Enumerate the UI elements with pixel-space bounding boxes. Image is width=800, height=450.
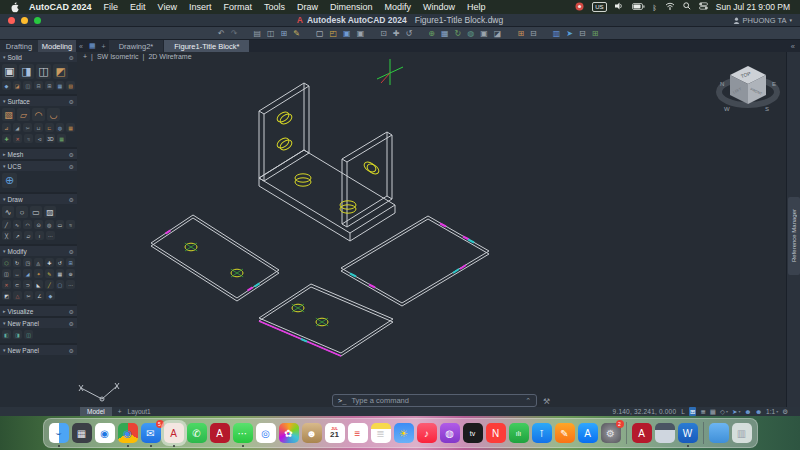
panel-ucs-gear-icon[interactable]: ⚙ [69,163,74,170]
input-source-badge[interactable]: US [592,2,606,12]
panel-new-panel-2-gear-icon[interactable]: ⚙ [69,347,74,354]
tabs-collapse-icon[interactable]: « [76,40,86,52]
menu-format[interactable]: Format [223,2,252,12]
command-customize-icon[interactable]: ⚒ [543,397,550,406]
panel-mesh-header[interactable]: ▸Mesh⚙ [0,149,77,159]
surface-trim-icon[interactable]: ✂ [23,123,32,132]
draw-line-icon[interactable]: ╱ [2,220,11,229]
image-attach-icon[interactable]: ▦ [441,27,449,40]
status-annotation-autoscale-toggle[interactable]: ☻ [755,407,762,416]
dock-podcasts[interactable]: ◍ [440,423,460,443]
panel-visualize-gear-icon[interactable]: ⚙ [69,308,74,315]
surface-extend-icon[interactable]: ⊏ [45,123,54,132]
panel-draw-collapse-icon[interactable]: ▾ [3,196,6,202]
panel-mesh-gear-icon[interactable]: ⚙ [69,151,74,158]
dock-mail[interactable]: ✉5 [141,423,161,443]
solid-intersect-icon[interactable]: ⊞ [45,81,54,90]
solid-check-icon[interactable]: ▨ [66,81,75,90]
menu-tools[interactable]: Tools [264,2,285,12]
tabs-collapse-right-icon[interactable]: « [786,40,800,52]
solid-shell-icon[interactable]: ▦ [56,81,65,90]
match-properties-icon[interactable]: ✎ [293,27,300,40]
status-customization-toggle[interactable]: ⚙ [782,407,788,416]
modify-offset-2d-icon[interactable]: ⊚ [66,269,75,278]
dwf-underlay-icon[interactable]: ▣ [480,27,488,40]
dock-autocad[interactable]: A [164,423,184,443]
dock-autocad-alt[interactable]: A [632,423,652,443]
panel-new-panel-1-header[interactable]: ▾New Panel⚙ [0,318,77,328]
modify-edit-polyline-icon[interactable]: ✎ [45,269,54,278]
plot-preview-icon[interactable]: ◫ [267,27,275,40]
solid-subtract-icon[interactable]: ⊟ [34,81,43,90]
draw-circle-icon[interactable]: ○ [16,206,28,218]
battery-icon[interactable] [632,2,645,12]
modify-break-icon[interactable]: ⊂ [13,280,22,289]
stats-icon[interactable]: ▥ [553,27,561,40]
solid-slice-icon[interactable]: ◪ [13,81,22,90]
panel-visualize-header[interactable]: ▸Visualize⚙ [0,306,77,316]
viewport-controls[interactable]: + | SW Isometric | 2D Wireframe [83,53,192,60]
surface-cv-hide-icon[interactable]: ✕ [13,134,22,143]
sheet-set-icon[interactable]: ⊟ [579,27,586,40]
panel-solid-header[interactable]: ▾Solid⚙ [0,52,77,62]
user-account-menu[interactable]: PHUONG TA ▾ [733,16,792,25]
drawing-compare-icon[interactable]: ⊞ [592,27,599,40]
draw-region-icon[interactable]: ▭ [56,220,65,229]
panel-solid-gear-icon[interactable]: ⚙ [69,54,74,61]
open-drawing-icon[interactable]: ◰ [330,27,338,40]
plot-icon[interactable]: ▤ [253,27,261,40]
surface-cv-show-icon[interactable]: ✚ [2,134,11,143]
reload-xref-icon[interactable]: ↻ [455,27,462,40]
new-drawing-tab-button[interactable]: + [99,40,109,52]
menu-dimension[interactable]: Dimension [330,2,373,12]
solid-union-icon[interactable]: ◫ [23,81,32,90]
menu-insert[interactable]: Insert [189,2,212,12]
modify-array-icon[interactable]: ▦ [56,269,65,278]
menu-edit[interactable]: Edit [130,2,146,12]
panel-modify-gear-icon[interactable]: ⚙ [69,248,74,255]
dock-chrome[interactable]: ◉ [118,423,138,443]
bluetooth-icon[interactable]: ᛒ [653,4,657,11]
spotlight-icon[interactable] [683,2,691,12]
dock-weather[interactable]: ☀ [394,423,414,443]
workspace-tab-modeling[interactable]: Modeling [38,40,76,52]
modify-more-modify-icon[interactable]: ⋯ [66,280,75,289]
dock-downloads-folder[interactable] [709,423,729,443]
undo-icon[interactable]: ↶ [218,27,225,40]
modify-mirror-icon[interactable]: ◫ [2,269,11,278]
panel-draw-header[interactable]: ▾Draw⚙ [0,194,77,204]
group-icon[interactable]: ⊞ [517,27,524,40]
add-layout-button[interactable]: + [118,408,122,415]
draw-hatch-icon[interactable]: ▨ [44,206,56,218]
draw-xline-icon[interactable]: ╳ [2,231,11,240]
status-object-snap-toggle[interactable]: ▦ [710,407,716,416]
workspace-tab-drafting[interactable]: Drafting [0,40,38,52]
model-tab[interactable]: Model [80,407,112,416]
draw-mline-icon[interactable]: ▱ [24,231,33,240]
draw-donut-icon[interactable]: ◎ [45,220,54,229]
modify-explode-icon[interactable]: ✦ [34,269,43,278]
dock-facetime[interactable]: ✆ [187,423,207,443]
layout1-tab[interactable]: Layout1 [128,408,151,415]
status-gizmo-toggle[interactable]: ➤▾ [732,407,740,416]
modify-join-icon[interactable]: ⊃ [23,280,32,289]
panel-new-panel-2-collapse-icon[interactable]: ▾ [3,347,6,353]
surface-convert-icon[interactable]: ≈ [24,134,33,143]
menubar-clock[interactable]: Sun Jul 21 9:00 PM [716,2,790,12]
command-input[interactable]: Type a command [351,396,520,405]
panel-draw-gear-icon[interactable]: ⚙ [69,196,74,203]
draw-arc-icon[interactable]: ◠ [23,220,32,229]
new-panel-1-custom-tool-2-icon[interactable]: ◨ [13,330,22,339]
panel-modify-header[interactable]: ▾Modify⚙ [0,246,77,256]
modify-stretch-icon[interactable]: ↔ [13,269,22,278]
dock-music[interactable]: ♪ [417,423,437,443]
modify-properties-icon[interactable]: ◆ [46,291,55,300]
dock-pages[interactable]: ✎ [555,423,575,443]
model-space-canvas[interactable]: + | SW Isometric | 2D Wireframe [77,52,786,407]
wifi-icon[interactable] [665,2,675,12]
panel-modify-collapse-icon[interactable]: ▾ [3,248,6,254]
dock-reminders[interactable]: ≡ [348,423,368,443]
status-snap-modes-toggle[interactable]: ◇▾ [720,407,728,416]
modify-rotate-icon[interactable]: ↺ [56,258,65,267]
draw-divide-icon[interactable]: ⋯ [46,231,55,240]
